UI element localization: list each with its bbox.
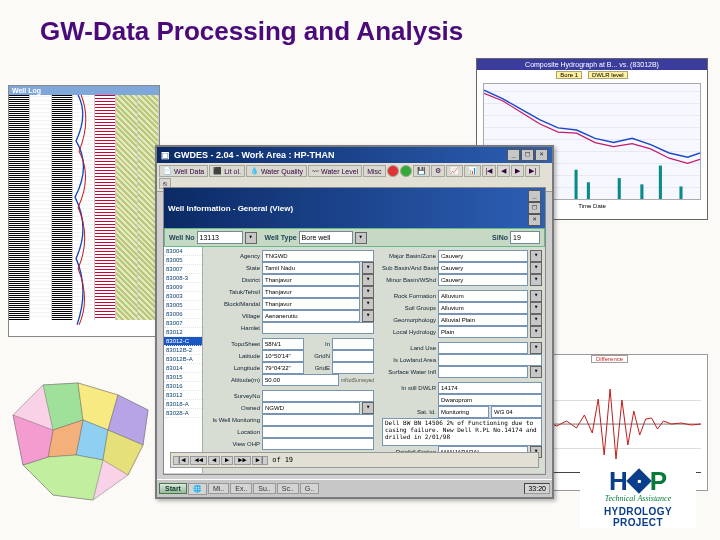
list-item[interactable]: 83008-3 <box>164 274 202 283</box>
dropdown-icon[interactable]: ▾ <box>530 262 542 274</box>
agency-input[interactable] <box>262 250 374 262</box>
taskbar-item[interactable]: Mi.. <box>208 483 229 494</box>
survey-input[interactable] <box>262 390 374 402</box>
soil-input[interactable] <box>438 302 528 314</box>
list-item[interactable]: 83005 <box>164 256 202 265</box>
dropdown-icon[interactable]: ▾ <box>362 286 374 298</box>
location-input[interactable] <box>262 426 374 438</box>
window-titlebar[interactable]: ▣ GWDES - 2.04 - Work Area : HP-THAN _ □… <box>157 147 552 163</box>
tool-red-icon[interactable] <box>387 165 399 177</box>
state-input[interactable] <box>262 262 360 274</box>
taskbar-item[interactable]: Su.. <box>253 483 275 494</box>
list-item[interactable]: 83012-C <box>164 337 202 346</box>
list-item[interactable]: 83015 <box>164 373 202 382</box>
satcode-input[interactable] <box>491 406 542 418</box>
list-item[interactable]: 83018-A <box>164 400 202 409</box>
dropdown-icon[interactable]: ▾ <box>530 366 542 378</box>
surfwater-input[interactable] <box>438 366 528 378</box>
lat-input[interactable] <box>262 350 304 362</box>
tool-chart-icon[interactable]: 📈 <box>446 165 463 177</box>
dropdown-icon[interactable]: ▾ <box>530 314 542 326</box>
list-item[interactable]: 83012 <box>164 391 202 400</box>
hydro-input[interactable] <box>438 326 528 338</box>
geom-input[interactable] <box>438 314 528 326</box>
dropdown-icon[interactable]: ▾ <box>362 402 374 414</box>
tool-chart2-icon[interactable]: 📊 <box>464 165 481 177</box>
dropdown-icon[interactable]: ▾ <box>245 232 257 244</box>
minimize-button[interactable]: _ <box>528 190 541 202</box>
dropdown-icon[interactable]: ▾ <box>530 342 542 354</box>
list-item[interactable]: 83003 <box>164 292 202 301</box>
maximize-button[interactable]: □ <box>528 202 541 214</box>
list-item[interactable]: 83012B-A <box>164 355 202 364</box>
slno-input[interactable] <box>510 231 540 244</box>
tool-save-icon[interactable]: 💾 <box>413 165 430 177</box>
dropdown-icon[interactable]: ▾ <box>530 274 542 286</box>
dropdown-icon[interactable]: ▾ <box>530 250 542 262</box>
dropdown-icon[interactable]: ▾ <box>530 326 542 338</box>
nav-fastprev-icon[interactable]: ◀◀ <box>190 456 206 465</box>
list-item[interactable]: 83028-A <box>164 409 202 418</box>
list-item[interactable]: 83007 <box>164 265 202 274</box>
dropdown-icon[interactable]: ▾ <box>362 274 374 286</box>
welltype-input[interactable] <box>299 231 353 244</box>
close-button[interactable]: × <box>535 149 548 161</box>
dropdown-icon[interactable]: ▾ <box>362 310 374 322</box>
list-item[interactable]: 83004 <box>164 247 202 256</box>
lowland-input[interactable] <box>438 354 542 366</box>
tool-lithology[interactable]: ⬛Lit ol. <box>209 165 245 177</box>
description-textarea[interactable] <box>382 418 542 446</box>
block-input[interactable] <box>262 298 360 310</box>
village-input[interactable] <box>262 310 360 322</box>
list-item[interactable]: 83009 <box>164 283 202 292</box>
tool-config-icon[interactable]: ⚙ <box>431 165 445 177</box>
taskbar-item[interactable]: Sc.. <box>277 483 299 494</box>
nav-prev-icon[interactable]: ◀ <box>497 165 510 177</box>
dropdown-icon[interactable]: ▾ <box>355 232 367 244</box>
monitored-input[interactable] <box>262 414 374 426</box>
nav-next-icon[interactable]: ▶ <box>221 456 233 465</box>
wellno-input[interactable] <box>197 231 243 244</box>
satid-input[interactable] <box>438 406 489 418</box>
nav-first-icon[interactable]: |◀ <box>482 165 497 177</box>
long-input[interactable] <box>262 362 304 374</box>
taskbar-item[interactable]: 🌐 <box>188 483 207 495</box>
subbasin-input[interactable] <box>438 262 528 274</box>
taskbar-item[interactable]: Ex.. <box>230 483 252 494</box>
list-item[interactable]: 83007 <box>164 319 202 328</box>
district-input[interactable] <box>262 274 360 286</box>
alt-input[interactable] <box>262 374 339 386</box>
nav-fastnext-icon[interactable]: ▶▶ <box>234 456 250 465</box>
gride-input[interactable] <box>332 362 374 374</box>
dropdown-icon[interactable]: ▾ <box>530 290 542 302</box>
list-item[interactable]: 83016 <box>164 382 202 391</box>
tool-water-level[interactable]: 〰Water Level <box>308 165 362 177</box>
dropdown-icon[interactable]: ▾ <box>530 302 542 314</box>
tool-misc[interactable]: Misc <box>363 165 385 177</box>
well-list[interactable]: 83004830058300783008-3830098300383005830… <box>164 247 203 473</box>
indatum-input[interactable] <box>332 338 374 350</box>
dropdown-icon[interactable]: ▾ <box>362 298 374 310</box>
dwlrname-input[interactable] <box>438 394 542 406</box>
system-tray[interactable]: 33:20 <box>524 483 550 494</box>
majorbasin-input[interactable] <box>438 250 528 262</box>
gridn-input[interactable] <box>332 350 374 362</box>
taluk-input[interactable] <box>262 286 360 298</box>
list-item[interactable]: 83012 <box>164 328 202 337</box>
nav-prev-icon[interactable]: ◀ <box>208 456 220 465</box>
tool-water-quality[interactable]: 💧Water Quality <box>246 165 307 177</box>
nav-first-icon[interactable]: |◀ <box>173 456 189 465</box>
minorbasin-input[interactable] <box>438 274 528 286</box>
nav-next-icon[interactable]: ▶ <box>511 165 524 177</box>
record-navigator[interactable]: |◀ ◀◀ ◀ ▶ ▶▶ ▶| of 19 <box>170 452 539 468</box>
hamlet-input[interactable] <box>262 322 374 334</box>
nav-last-icon[interactable]: ▶| <box>252 456 268 465</box>
taskbar-item[interactable]: G.. <box>300 483 319 494</box>
start-button[interactable]: Start <box>159 483 187 494</box>
tool-well-data[interactable]: 📄Well Data <box>159 165 208 177</box>
viewohp-input[interactable] <box>262 438 374 450</box>
dwlr-input[interactable] <box>438 382 542 394</box>
dropdown-icon[interactable]: ▾ <box>362 262 374 274</box>
landuse-input[interactable] <box>438 342 528 354</box>
owned-input[interactable] <box>262 402 360 414</box>
